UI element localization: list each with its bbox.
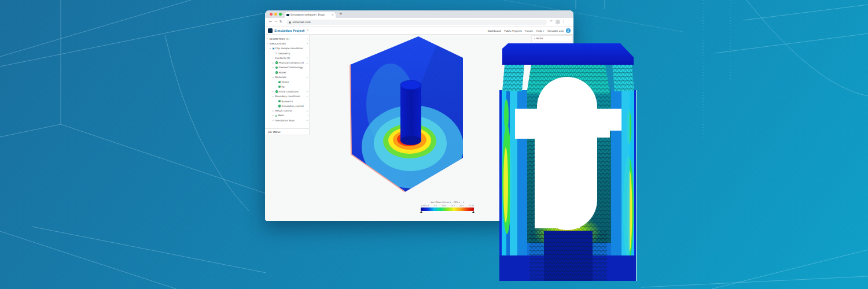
caret-icon[interactable]: ▸ <box>273 66 275 69</box>
check-icon: ✓ <box>275 71 278 74</box>
reload-icon[interactable]: ↻ <box>279 20 282 24</box>
chevron-icon[interactable]: ▸ <box>307 110 308 112</box>
tab-close-icon[interactable]: × <box>332 13 334 16</box>
tree-item-label: Mesh <box>278 114 284 117</box>
tree-item-label: Boundary conditions <box>275 95 300 98</box>
tree-item-geometry[interactable]: ◇Geometry <box>265 51 309 55</box>
tree-item-numerics[interactable]: ✓Numerics <box>265 99 309 103</box>
tree-item-label: SIMULATIONS <box>270 42 286 45</box>
job-status-label: Job status <box>265 128 309 135</box>
user-avatar[interactable] <box>566 28 571 34</box>
window-minimize-button[interactable] <box>274 13 277 16</box>
check-icon: ✓ <box>278 86 281 88</box>
chevron-icon[interactable]: ▸ <box>307 114 308 117</box>
tree-item-boundary-conditions[interactable]: ▾Boundary conditions▸ <box>265 94 309 99</box>
unit-select[interactable]: MPa ▾ <box>454 201 460 203</box>
nav-public-projects[interactable]: Public Projects <box>505 29 522 32</box>
check-icon: ✓ <box>275 90 278 93</box>
legend-max-marker[interactable] <box>472 211 475 213</box>
tree-item-label: Element technology <box>279 66 303 69</box>
tree-item-element-technology[interactable]: ▸✓Element technology <box>265 65 309 70</box>
tree-item-label: Physical contacts (1) <box>279 61 304 64</box>
model-render <box>344 36 498 197</box>
caret-icon[interactable]: ▸ <box>273 62 275 64</box>
nav-dashboard[interactable]: Dashboard <box>488 29 501 32</box>
check-icon: ✓ <box>275 66 278 69</box>
simulation-tree: ▸GEOMETRIES (1)▴▾SIMULATIONS▴▾▣Clip samp… <box>265 35 309 123</box>
tree-item-label: Model <box>279 71 286 74</box>
legend-options[interactable]: ▾ <box>463 201 464 203</box>
browser-tabstrip: Simulation software | Engin × + <box>265 10 573 18</box>
tree-item-label: Materials <box>275 76 286 79</box>
tree-item-simulation-runs[interactable]: ▸Simulation Runs▸ <box>265 118 309 123</box>
nav-help[interactable]: Help ▾ <box>536 29 544 32</box>
chevron-icon[interactable]: ▸ <box>307 76 308 79</box>
tree-item-pc[interactable]: ✓PC <box>265 84 309 89</box>
geometry-icon: ◇ <box>275 52 277 54</box>
tree-item-label: Clip sample simulation <box>275 47 303 50</box>
new-tab-button[interactable]: + <box>339 12 343 16</box>
tree-item-clip-sample-simulation[interactable]: ▾▣Clip sample simulation <box>265 46 309 51</box>
chevron-icon[interactable]: ▸ <box>307 95 308 98</box>
simscale-favicon <box>286 14 289 17</box>
marketing-banner: { "browser": { "tab_title": "Simulation … <box>0 0 868 289</box>
tree-item-mesh[interactable]: ▸▲Mesh▸ <box>265 113 309 118</box>
tree-item-label: Epoxy <box>282 80 289 83</box>
app-header: Simulation Project ☆ ⧉ ✎ DashboardPublic… <box>265 27 573 35</box>
tree-item-label: Result control <box>275 109 292 112</box>
simulation-tree-panel: ▸GEOMETRIES (1)▴▾SIMULATIONS▴▾▣Clip samp… <box>265 35 310 135</box>
chevron-icon[interactable]: ▸ <box>307 119 308 121</box>
browser-menu-icon[interactable]: ⋮ <box>562 20 565 23</box>
window-zoom-button[interactable] <box>279 13 282 16</box>
edit-project-icon[interactable]: ✎ <box>307 29 309 32</box>
copy-project-icon[interactable]: ⧉ <box>303 29 304 32</box>
legend-tick: 21.6 <box>459 205 464 207</box>
tree-item-simulation-control[interactable]: ✓Simulation control <box>265 103 309 108</box>
tree-item-materials[interactable]: ▾Materials▸ <box>265 75 309 79</box>
simulation-icon: ▣ <box>273 47 275 50</box>
tree-item-label: Initial conditions <box>279 90 299 93</box>
tree-item-label: Numerics <box>282 100 293 103</box>
chevron-icon[interactable]: ▸ <box>307 62 308 64</box>
address-bar[interactable]: simscale.com <box>286 20 547 25</box>
legend-tick: 27.05 <box>469 205 474 207</box>
check-icon: ✓ <box>275 61 278 64</box>
forward-icon[interactable]: → <box>274 20 277 23</box>
browser-tab[interactable]: Simulation software | Engin × <box>285 12 336 18</box>
chevron-icon[interactable]: ▸ <box>307 90 308 92</box>
nav-forum[interactable]: Forum <box>525 29 533 32</box>
chevron-down-icon: ▾ <box>459 201 460 203</box>
chevron-down-icon: ▾ <box>534 38 535 40</box>
tree-item-simulations[interactable]: ▾SIMULATIONS▴ <box>265 41 309 46</box>
chevron-down-icon: ▾ <box>450 201 451 203</box>
chevron-icon[interactable]: ▴ <box>307 42 308 45</box>
tree-item-geometries-1[interactable]: ▸GEOMETRIES (1)▴ <box>265 36 309 41</box>
legend-ticks: 1.033e-45.410.816.221.627.05 <box>421 205 474 207</box>
browser-toolbar: ← → ↻ simscale.com ☆ ⋮ <box>265 18 573 27</box>
tree-item-label: Simulation Runs <box>275 119 295 122</box>
legend-min-marker[interactable] <box>420 211 422 213</box>
favorite-project-icon[interactable]: ☆ <box>299 29 301 32</box>
mesh-view-popout <box>498 40 639 283</box>
field-select[interactable]: Von Mises Stress ▾ <box>431 201 451 203</box>
tree-item-contacts-0[interactable]: Contacts (0)▸ <box>265 55 309 60</box>
bookmark-star-icon[interactable]: ☆ <box>550 20 553 23</box>
tree-item-model[interactable]: ✓Model <box>265 70 309 75</box>
chevron-icon[interactable]: ▴ <box>307 38 308 40</box>
nav-simulate-user[interactable]: Simulate user <box>547 29 564 32</box>
window-close-button[interactable] <box>270 13 273 16</box>
tree-item-epoxy[interactable]: ✓Epoxy <box>265 80 309 84</box>
chevron-icon[interactable]: ▸ <box>307 57 308 59</box>
tree-item-result-control[interactable]: ▸Result control▸ <box>265 108 309 113</box>
browser-profile-avatar[interactable] <box>556 20 560 24</box>
legend-tick: 16.2 <box>451 205 455 207</box>
legend-tick: 10.8 <box>442 205 446 207</box>
tree-item-initial-conditions[interactable]: ▸✓Initial conditions▸ <box>265 89 309 94</box>
check-icon: ✓ <box>278 81 281 84</box>
back-icon[interactable]: ← <box>269 20 272 23</box>
tree-item-physical-contacts-1[interactable]: ▸✓Physical contacts (1)▸ <box>265 60 309 65</box>
check-icon: ✓ <box>278 100 281 103</box>
simscale-logo <box>268 28 273 33</box>
url-text: simscale.com <box>293 21 311 24</box>
caret-icon[interactable]: ▸ <box>273 90 275 92</box>
